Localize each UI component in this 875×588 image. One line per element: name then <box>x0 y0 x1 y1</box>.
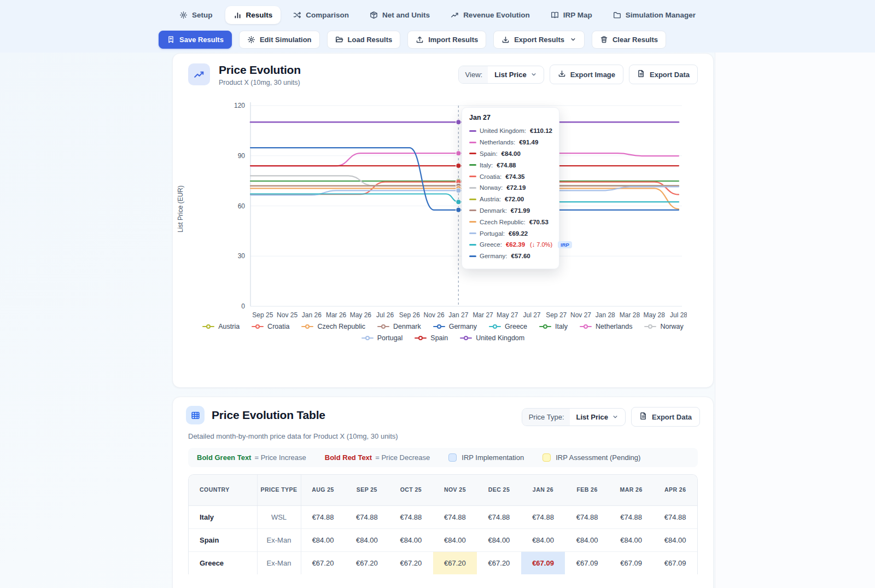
legend-item-croatia[interactable]: Croatia <box>252 323 289 330</box>
download-icon <box>558 69 566 79</box>
upload-icon <box>416 36 424 44</box>
table-export-data-button[interactable]: Export Data <box>631 407 700 427</box>
x-tick: Mar 26 <box>326 311 347 319</box>
legend-item-germany[interactable]: Germany <box>433 323 477 330</box>
column-header: JAN 26 <box>521 475 565 505</box>
tooltip-row-germany: Germany:€57.60 <box>469 251 552 262</box>
view-select[interactable]: View: List Price <box>458 66 544 84</box>
y-tick: 0 <box>241 302 245 310</box>
file-text-icon <box>639 412 648 422</box>
chart-tooltip: Jan 27 United Kingdom:€110.12Netherlands… <box>462 107 559 269</box>
nav-tab-simulation-manager[interactable]: Simulation Manager <box>605 6 704 24</box>
x-tick: Jan 26 <box>302 311 322 319</box>
legend-item-austria[interactable]: Austria <box>202 323 240 330</box>
import-results-button[interactable]: Import Results <box>407 31 486 49</box>
price-cell: €67.09 <box>521 551 565 574</box>
gear-icon <box>247 36 255 44</box>
legend-item-denmark[interactable]: Denmark <box>377 323 421 330</box>
price-type-cell: Ex-Man <box>257 551 301 574</box>
table-row-italy: ItalyWSL€74.88€74.88€74.88€74.88€74.88€7… <box>189 505 697 528</box>
nav-tab-setup[interactable]: Setup <box>171 6 221 24</box>
legend-item-united-kingdom[interactable]: United Kingdom <box>460 334 524 342</box>
legend-item-norway[interactable]: Norway <box>644 323 683 330</box>
chart-legend: Austria Croatia Czech Republic Denmark G… <box>173 323 713 342</box>
nav-tab-comparison[interactable]: Comparison <box>285 6 357 24</box>
x-tick: Sep 25 <box>252 311 273 319</box>
legend-marker <box>377 324 389 329</box>
legend-item-portugal[interactable]: Portugal <box>361 334 403 342</box>
page-title: Price Evolution <box>219 63 301 77</box>
folder-icon <box>613 11 621 19</box>
legend-irp-pending: IRP Assessment (Pending) <box>542 453 640 462</box>
tooltip-row-norway: Norway:€72.19 <box>469 182 552 194</box>
tooltip-row-portugal: Portugal:€69.22 <box>469 228 552 239</box>
country-cell: Spain <box>189 528 257 551</box>
nav-tab-irp-map[interactable]: IRP Map <box>542 6 600 24</box>
hover-dot-germany <box>456 207 461 212</box>
price-cell: €74.88 <box>565 505 609 528</box>
price-cell: €74.88 <box>301 505 345 528</box>
legend-item-czech-republic[interactable]: Czech Republic <box>301 323 365 330</box>
table-grid-icon <box>186 406 205 424</box>
irp-implementation-swatch <box>448 453 457 462</box>
tooltip-row-greece: Greece:€62.39(↓ 7.0%)IRP <box>469 239 552 251</box>
save-results-button[interactable]: Save Results <box>159 31 232 49</box>
price-cell: €67.20 <box>389 551 433 574</box>
load-results-button[interactable]: Load Results <box>327 31 401 49</box>
legend-price-decrease: Bold Red Text= Price Decrease <box>325 453 430 462</box>
legend-irp-implementation: IRP Implementation <box>448 453 524 462</box>
price-evolution-chart[interactable]: List Price (EUR) 0306090120Sep 25Nov 25J… <box>173 93 713 342</box>
x-tick: Jan 28 <box>596 311 615 319</box>
x-tick: May 27 <box>497 311 518 319</box>
legend-item-netherlands[interactable]: Netherlands <box>580 323 632 330</box>
price-cell: €84.00 <box>433 528 477 551</box>
x-tick: Sep 27 <box>546 311 567 319</box>
nav-tab-revenue-evolution[interactable]: Revenue Evolution <box>442 6 538 24</box>
hover-dot-united-kingdom <box>456 120 461 125</box>
x-tick: Mar 28 <box>620 311 640 319</box>
edit-simulation-button[interactable]: Edit Simulation <box>239 31 320 49</box>
legend-marker <box>202 324 214 329</box>
column-header: NOV 25 <box>433 475 477 505</box>
nav-tab-net-and-units[interactable]: Net and Units <box>361 6 438 24</box>
legend-marker <box>460 335 472 341</box>
price-cell: €84.00 <box>521 528 565 551</box>
x-tick: Jul 27 <box>523 311 541 319</box>
main-nav: SetupResultsComparisonNet and UnitsReven… <box>0 0 875 27</box>
clear-results-button[interactable]: Clear Results <box>592 31 666 49</box>
export-image-button[interactable]: Export Image <box>550 65 623 84</box>
x-tick: Jul 28 <box>670 311 687 319</box>
legend-item-greece[interactable]: Greece <box>489 323 527 330</box>
legend-marker <box>301 324 313 329</box>
price-type-select[interactable]: Price Type: List Price <box>522 408 626 426</box>
price-cell: €84.00 <box>389 528 433 551</box>
column-header: APR 26 <box>653 475 697 505</box>
price-cell: €67.20 <box>477 551 521 574</box>
price-type-value: List Price <box>576 413 609 421</box>
x-tick: May 26 <box>350 311 372 319</box>
gear-icon <box>179 11 188 19</box>
price-cell: €84.00 <box>653 528 697 551</box>
export-data-button[interactable]: Export Data <box>629 65 698 84</box>
price-evolution-table: COUNTRYPRICE TYPEAUG 25SEP 25OCT 25NOV 2… <box>189 475 697 574</box>
nav-tab-results[interactable]: Results <box>225 6 281 24</box>
legend-item-italy[interactable]: Italy <box>539 323 568 330</box>
tooltip-row-denmark: Denmark:€71.99 <box>469 205 552 217</box>
hover-dot-netherlands <box>456 151 461 156</box>
legend-item-spain[interactable]: Spain <box>415 334 448 342</box>
chevron-down-icon <box>570 36 576 43</box>
chart-plot: 0306090120Sep 25Nov 25Jan 26Mar 26May 26… <box>188 93 687 319</box>
results-toolbar: Save ResultsEdit SimulationLoad ResultsI… <box>0 27 875 51</box>
price-cell: €74.88 <box>653 505 697 528</box>
column-header: COUNTRY <box>189 475 257 505</box>
country-cell: Italy <box>189 505 257 528</box>
export-results-button[interactable]: Export Results <box>493 31 585 49</box>
table-subtitle: Detailed month-by-month price data for P… <box>173 432 713 440</box>
price-cell: €84.00 <box>609 528 654 551</box>
trash-icon <box>600 36 608 44</box>
column-header: AUG 25 <box>301 475 345 505</box>
package-icon <box>370 11 378 19</box>
tooltip-row-united-kingdom: United Kingdom:€110.12 <box>469 125 552 137</box>
price-cell: €84.00 <box>301 528 345 551</box>
price-cell: €74.88 <box>609 505 654 528</box>
